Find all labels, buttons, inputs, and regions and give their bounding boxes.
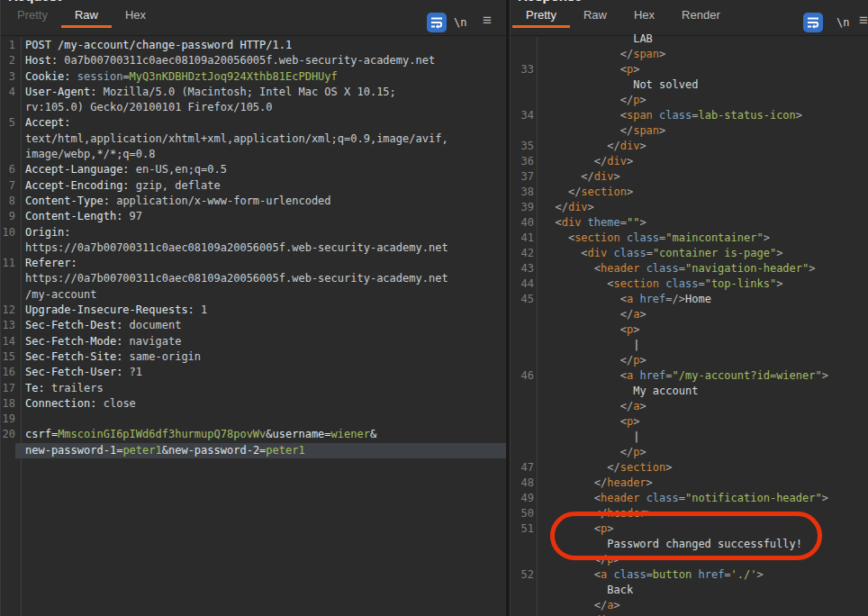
code-row: /my-account (1, 287, 506, 303)
line-number (1, 100, 15, 115)
line-number: 49 (511, 491, 534, 506)
response-panel: Response PrettyRawHexRender \n ≡ LAB </s… (510, 0, 868, 616)
code-row: My account (511, 384, 868, 399)
request-tab-raw[interactable]: Raw (61, 2, 112, 28)
code-row: </span> (511, 47, 868, 62)
code-row: 15Sec-Fetch-Site: same-origin (1, 349, 506, 365)
code-row: </a> (511, 307, 868, 322)
word-wrap-toggle-icon[interactable] (427, 13, 447, 32)
code-row: 46 <a href="/my-account?id=wiener"> (511, 368, 868, 384)
line-number: 51 (511, 521, 534, 537)
request-tab-pretty[interactable]: Pretty (4, 2, 61, 28)
line-number (511, 32, 534, 47)
code-row: <p> (511, 322, 868, 338)
code-row: </p> (511, 93, 868, 108)
line-number: 39 (511, 200, 534, 215)
line-number: 42 (511, 246, 534, 261)
request-tab-hex[interactable]: Hex (112, 2, 159, 28)
line-number: 12 (1, 303, 15, 318)
code-row: | (511, 430, 868, 445)
line-number: 41 (511, 231, 534, 246)
code-row: 47 </section> (511, 460, 868, 476)
code-row: 34 <span class=lab-status-icon> (511, 108, 868, 123)
line-number: 16 (1, 365, 15, 380)
code-row: 49 <header class="notification-header"> (511, 491, 868, 506)
request-header: Request PrettyRawHex \n ≡ (1, 0, 506, 36)
code-row: 10Origin: (1, 225, 506, 240)
code-row: 3Cookie: session=MyQ3nKDBHDztJoq924Xthb8… (1, 69, 506, 85)
editor-menu-icon[interactable]: ≡ (859, 12, 868, 30)
line-number (511, 583, 534, 598)
response-tab-render[interactable]: Render (668, 2, 734, 28)
line-number (511, 307, 534, 322)
request-editor[interactable]: 1POST /my-account/change-password HTTP/1… (1, 37, 506, 616)
code-row: 19 (1, 412, 506, 427)
line-number (511, 338, 534, 353)
editor-menu-icon[interactable]: ≡ (483, 12, 492, 30)
line-number (511, 353, 534, 368)
line-number: 33 (511, 62, 534, 77)
response-tab-hex[interactable]: Hex (620, 2, 668, 28)
line-number: 36 (511, 154, 534, 169)
response-tab-pretty[interactable]: Pretty (512, 2, 570, 28)
line-number (1, 443, 15, 458)
code-row: </p> (511, 445, 868, 460)
code-row: 40 <div theme=""> (511, 215, 868, 231)
code-row: https://0a7b00700311c0aec08109a20056005f… (1, 240, 506, 256)
code-row: Password changed successfully! (511, 537, 868, 552)
code-row: text/html,application/xhtml+xml,applicat… (1, 131, 506, 147)
line-number: 47 (511, 460, 534, 476)
code-row: Back (511, 583, 868, 598)
word-wrap-toggle-icon[interactable] (803, 13, 823, 32)
code-row: 44 <section class="top-links"> (511, 276, 868, 292)
line-number: 3 (1, 69, 15, 85)
code-row: 38 </section> (511, 185, 868, 200)
line-number (511, 552, 534, 567)
code-row: 18Connection: close (1, 396, 506, 412)
newline-toggle-icon[interactable]: \n (836, 16, 849, 29)
code-row: https://0a7b00700311c0aec08109a20056005f… (1, 271, 506, 286)
code-row: 36 </div> (511, 154, 868, 169)
code-row: </a> (511, 598, 868, 613)
line-number: 17 (1, 381, 15, 396)
code-row: 42 <div class="container is-page"> (511, 246, 868, 261)
newline-toggle-icon[interactable]: \n (454, 16, 466, 29)
code-row: 17Te: trailers (1, 381, 506, 396)
response-editor-rows: LAB </span>33 <p> Not solved </p>34 <spa… (511, 32, 868, 616)
line-number: 44 (511, 276, 534, 292)
line-number (511, 322, 534, 338)
line-number (511, 93, 534, 108)
line-number: 8 (1, 194, 15, 209)
line-number: 13 (1, 318, 15, 333)
code-row: 48 </header> (511, 476, 868, 491)
word-wrap-glyph (427, 13, 447, 32)
line-number (511, 598, 534, 613)
line-number (1, 147, 15, 162)
code-row: 2Host: 0a7b00700311c0aec08109a20056005f.… (1, 53, 506, 68)
line-number: 10 (1, 225, 15, 240)
code-row: rv:105.0) Gecko/20100101 Firefox/105.0 (1, 100, 506, 115)
code-row: 50 </header> (511, 506, 868, 521)
line-number: 18 (1, 396, 15, 412)
code-row: 33 <p> (511, 62, 868, 77)
line-number: 40 (511, 215, 534, 231)
line-number (511, 123, 534, 139)
line-number: 38 (511, 185, 534, 200)
line-number: 35 (511, 139, 534, 154)
line-number: 20 (1, 427, 15, 442)
code-row: Not solved (511, 77, 868, 93)
code-row: 39 </div> (511, 200, 868, 215)
line-number: 5 (1, 115, 15, 131)
request-editor-rows: 1POST /my-account/change-password HTTP/1… (1, 38, 506, 458)
code-row: 4User-Agent: Mozilla/5.0 (Macintosh; Int… (1, 85, 506, 100)
code-row: 8Content-Type: application/x-www-form-ur… (1, 194, 506, 209)
line-number (511, 47, 534, 62)
code-row: 1POST /my-account/change-password HTTP/1… (1, 38, 506, 53)
response-tab-raw[interactable]: Raw (570, 2, 620, 28)
line-number: 11 (1, 256, 15, 271)
line-number (1, 287, 15, 303)
code-row: <p> (511, 414, 868, 430)
response-editor[interactable]: LAB </span>33 <p> Not solved </p>34 <spa… (511, 37, 868, 616)
code-row: 43 <header class="navigation-header"> (511, 261, 868, 276)
line-number: 6 (1, 162, 15, 177)
